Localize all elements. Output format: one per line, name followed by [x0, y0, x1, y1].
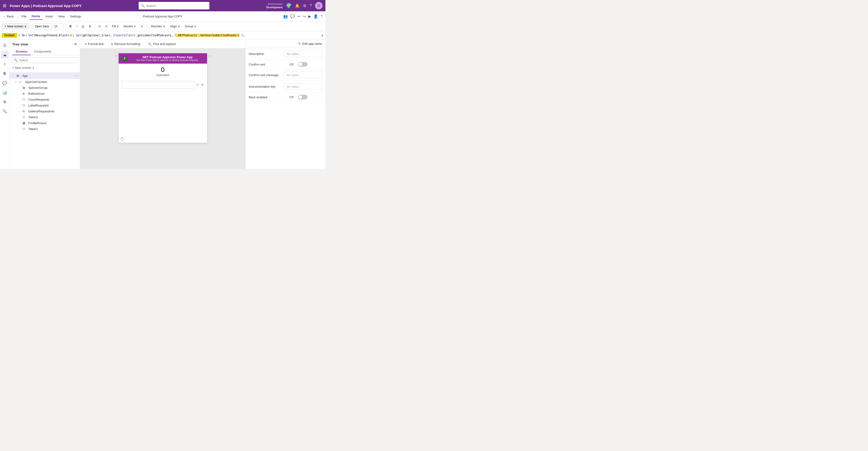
share-icon[interactable]: 👤: [313, 14, 318, 19]
expand-icon-gallery[interactable]: ›: [19, 110, 21, 112]
new-screen-button[interactable]: + New screen ∨: [2, 23, 29, 29]
description-value[interactable]: No value: [285, 51, 322, 57]
confirm-exit-toggle[interactable]: [298, 62, 308, 67]
tree-item-spinnergroup[interactable]: › ⊞ SpinnerGroup: [9, 85, 80, 91]
group-button[interactable]: Group ∨: [183, 24, 198, 29]
tree-item-labelrequests[interactable]: ☐ LabelRequests: [9, 102, 80, 108]
tree-item-titleh2[interactable]: ☐ TitleH2: [9, 114, 80, 120]
side-icon-data[interactable]: 🗑: [1, 70, 8, 77]
reorder-button[interactable]: Reorder ∨: [149, 24, 167, 29]
menu-settings[interactable]: Settings: [68, 13, 84, 20]
canvas-scroll[interactable]: ‹ 🎙 .NET Podcast Approver Power App Use …: [80, 49, 245, 169]
edit-app-name-label: Edit app name: [302, 42, 322, 45]
tree-item-profilepicture[interactable]: 🖼 ProfilePicture: [9, 120, 80, 126]
top-search-box[interactable]: 🔍: [138, 2, 209, 9]
tree-item-countrequests[interactable]: ☐ CountRequests: [9, 97, 80, 102]
side-icon-media[interactable]: 💬: [1, 79, 8, 87]
canvas-search-input[interactable]: [121, 81, 194, 89]
menu-home[interactable]: Home: [29, 13, 42, 20]
canvas-right-arrow[interactable]: ›: [209, 53, 210, 58]
tree-close-button[interactable]: ✕: [74, 42, 77, 46]
comment-icon[interactable]: 💬: [290, 14, 295, 19]
fx-label: fx: [22, 33, 25, 37]
find-replace-button[interactable]: 🔍 Find and replace: [146, 41, 178, 47]
undo-icon[interactable]: ↩: [297, 14, 301, 19]
redo-icon[interactable]: ↪: [303, 14, 306, 19]
app-more-icon[interactable]: ···: [74, 73, 78, 78]
menu-insert[interactable]: Insert: [43, 13, 55, 20]
align-button[interactable]: ≡: [103, 24, 109, 29]
instrumentation-key-value[interactable]: No value: [285, 83, 322, 90]
instrumentation-key-row: Instrumentation key No value: [246, 81, 326, 92]
tree-search-box[interactable]: 🔍: [12, 57, 78, 63]
help-menu-icon[interactable]: ?: [320, 14, 322, 19]
align-tools-button[interactable]: Align ∨: [168, 24, 182, 29]
font-selector[interactable]: [33, 23, 52, 29]
confirm-exit-message-row: Confirm exit message No value: [246, 69, 326, 81]
text-color-button[interactable]: A: [97, 24, 102, 29]
canvas-close-icon[interactable]: ✕: [201, 82, 204, 88]
formula-property-label[interactable]: OnStart: [2, 33, 17, 38]
more-button[interactable]: ∨: [139, 24, 145, 29]
side-icon-search[interactable]: 🔍: [1, 107, 8, 115]
canvas-check-icon[interactable]: ✓: [196, 82, 199, 88]
new-screen-tree-button[interactable]: + New screen ∨: [9, 65, 80, 71]
tab-screens[interactable]: Screens: [12, 48, 31, 55]
tree-item-app[interactable]: ⊞ App ···: [9, 72, 80, 79]
search-input[interactable]: [146, 4, 207, 7]
play-icon[interactable]: ▶: [308, 14, 311, 19]
tree-search-input[interactable]: [19, 59, 75, 62]
remove-formatting-label: Remove formatting: [114, 42, 140, 46]
border-button[interactable]: Border ∨: [122, 24, 138, 29]
bell-icon[interactable]: 🔔: [295, 3, 300, 8]
underline-button[interactable]: U: [80, 24, 86, 29]
edit-app-name-button[interactable]: ✎ Edit app name: [298, 42, 322, 45]
confirm-exit-message-value[interactable]: No value: [285, 72, 322, 78]
strikethrough-button[interactable]: S: [87, 24, 93, 29]
tree-item-titleh1[interactable]: ☐ TitleH1: [9, 126, 80, 132]
menu-bar-right: 👥 💬 ↩ ↪ ▶ 👤 ?: [283, 14, 322, 19]
environment-icon[interactable]: 🌍: [286, 3, 292, 8]
italic-button[interactable]: /: [74, 24, 79, 29]
back-enabled-toggle[interactable]: [298, 95, 308, 99]
check-users-icon[interactable]: 👥: [283, 14, 288, 19]
side-icon-menu[interactable]: ☰: [1, 41, 8, 49]
help-icon[interactable]: ?: [310, 3, 312, 8]
avatar[interactable]: U: [315, 2, 322, 9]
grid-icon[interactable]: ⊞: [3, 3, 6, 8]
right-panel-header: ✎ Edit app name: [246, 40, 326, 48]
spinner-group-icon: ⊞: [23, 86, 27, 90]
canvas-spinner-icon: [121, 138, 124, 141]
menu-view[interactable]: View: [56, 13, 67, 20]
profile-picture-label: ProfilePicture: [28, 121, 78, 125]
formula-code-display[interactable]: Set(MessageToSend,Blank()); Set(gblSpinn…: [28, 34, 320, 37]
canvas-left-arrow[interactable]: ‹: [115, 53, 117, 58]
formula-fx-button[interactable]: fx ∨: [22, 33, 27, 37]
remove-formatting-button[interactable]: ≡ Remove formatting: [109, 41, 142, 47]
canvas-title-main: .NET Podcast Approver Power App: [130, 55, 204, 59]
tree-item-refreshicon[interactable]: ⊕ RefreshIcon: [9, 91, 80, 97]
code-set2: Set: [76, 34, 81, 37]
formula-expand-button[interactable]: ∧: [321, 33, 323, 37]
menu-bar: ← Back | File Home Insert View Settings …: [0, 11, 326, 22]
font-size-selector[interactable]: [53, 23, 63, 29]
gear-icon[interactable]: ⚙: [303, 3, 306, 8]
app-canvas: 🎙 .NET Podcast Approver Power App Use th…: [119, 53, 207, 143]
tree-header: Tree view ✕: [9, 40, 80, 46]
fill-button[interactable]: Fill ∨: [110, 24, 121, 29]
bold-button[interactable]: B: [67, 24, 73, 29]
expand-icon-spinner[interactable]: ›: [19, 87, 21, 89]
tree-item-galleryrequestinfo[interactable]: › ⊞ GalleryRequestInfo: [9, 108, 80, 114]
side-icon-add[interactable]: +: [1, 60, 8, 68]
confirm-exit-value: Off: [289, 63, 293, 66]
find-replace-label: Find and replace: [153, 42, 176, 46]
back-button[interactable]: ← Back: [3, 14, 14, 18]
tab-components[interactable]: Components: [31, 48, 55, 55]
side-icon-treeview[interactable]: ☁: [1, 51, 8, 58]
format-text-button[interactable]: ≡ Format text: [83, 41, 105, 47]
menu-file[interactable]: File: [19, 13, 29, 20]
expand-icon-approver[interactable]: ∨: [15, 80, 18, 83]
tree-item-approverscreen[interactable]: ∨ □ ApproverScreen: [9, 79, 80, 85]
side-icon-analytics[interactable]: 📊: [1, 89, 8, 96]
side-icon-settings[interactable]: ⚙: [1, 98, 8, 105]
